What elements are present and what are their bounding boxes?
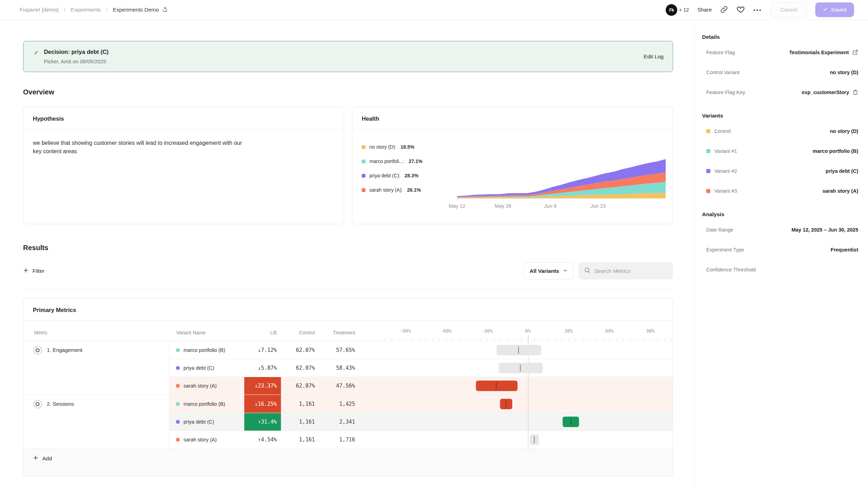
sidebar-row-value: no story (D) (830, 70, 858, 75)
search-metrics-input[interactable] (594, 268, 668, 274)
external-link-icon[interactable] (852, 49, 858, 55)
sidebar-row: Feature Flag Keyexp_customerStory (702, 82, 859, 102)
hypothesis-title: Hypothesis (23, 107, 344, 129)
variant-name: priya debt (C) (183, 365, 214, 371)
sidebar-row-value: marco portfolio (B) (813, 148, 859, 154)
lift-cell: ↓16.25% (244, 395, 281, 413)
col-control: Control (281, 321, 318, 341)
axis-minor-tick (630, 338, 630, 341)
more-menu-button[interactable]: ••• (753, 7, 762, 13)
sidebar-label-text: Experiment Type (706, 247, 744, 253)
axis-tick-label: -90% (399, 328, 411, 334)
variant-cell: priya debt (C) (169, 419, 244, 425)
lift-axis: -90%-60%-30%0%30%60%90% (385, 321, 671, 341)
variant-cell: sarah story (A) (169, 437, 244, 442)
axis-minor-tick (473, 338, 474, 341)
metric-cell[interactable]: 1. Engagement (23, 341, 169, 395)
metric-rows: marco portfolio (B)↓7.12%62.07%57.65%pri… (169, 341, 673, 395)
health-chart-svg: May 12May 26Jun 9Jun 23 (457, 129, 666, 220)
legend-value: 26.1% (407, 187, 421, 193)
axis-minor-tick (507, 338, 508, 341)
sidebar-row-label: Variant #2 (706, 168, 737, 174)
metric-cell[interactable]: 2. Sessions (23, 395, 169, 448)
col-variant-name: Variant Name (169, 321, 244, 341)
metric-target-icon (33, 346, 42, 356)
zero-line (528, 395, 528, 413)
breadcrumb-item-label: Experiments (71, 7, 101, 13)
axis-minor-tick (610, 338, 610, 341)
axis-minor-tick (671, 338, 671, 341)
table-row[interactable]: priya debt (C)↓5.87%62.07%58.43% (169, 359, 673, 377)
breadcrumb-item[interactable]: Experiments (71, 7, 101, 13)
confidence-interval-cell (385, 359, 671, 377)
axis-minor-tick (562, 338, 562, 341)
axis-minor-tick (555, 338, 556, 341)
breadcrumb-item[interactable]: Fixpanel {demo} (20, 7, 59, 13)
legend-item: marco portfoli...:27.1% (362, 158, 422, 164)
treatment-cell: 47.56% (318, 383, 385, 389)
treatment-cell: 1,425 (318, 401, 385, 407)
breadcrumb-item-label: Fixpanel {demo} (20, 7, 59, 13)
axis-minor-tick (623, 338, 624, 341)
axis-tick-label: 30% (564, 328, 573, 334)
check-icon (823, 7, 828, 13)
top-bar: Fixpanel {demo}/Experiments/Experiments … (0, 0, 868, 20)
clipboard-icon[interactable] (853, 90, 858, 95)
variant-name: sarah story (A) (183, 383, 217, 389)
sidebar-label-text: Control (714, 128, 731, 134)
sidebar-section-title: Variants (702, 113, 859, 119)
sidebar-row: Variant #2priya debt (C) (702, 161, 859, 181)
table-row[interactable]: marco portfolio (B)↓7.12%62.07%57.65% (169, 341, 673, 359)
col-treatment: Treatment (318, 321, 385, 341)
sidebar-row: Experiment TypeFrequentist (702, 240, 859, 260)
confidence-interval-bar (497, 345, 542, 355)
point-estimate-mark (520, 364, 521, 371)
add-metric-button[interactable]: Add (33, 455, 52, 462)
copy-link-button[interactable] (720, 6, 728, 14)
edit-log-link[interactable]: Edit Log (644, 54, 664, 60)
axis-minor-tick (446, 338, 447, 341)
axis-minor-tick (494, 338, 494, 341)
x-axis-tick-label: Jun 23 (591, 203, 606, 209)
sidebar-row: Control Variantno story (D) (702, 62, 859, 82)
axis-minor-tick (392, 338, 392, 341)
collaborator-avatars[interactable]: Fk + 12 (666, 4, 689, 16)
add-filter-button[interactable]: Filter (23, 268, 44, 275)
table-row[interactable]: priya debt (C)↑31.4%1,1612,341 (169, 413, 673, 431)
axis-minor-tick (589, 338, 589, 341)
variants-dropdown[interactable]: All Variants (523, 262, 574, 279)
sidebar-value-text: no story (D) (830, 128, 858, 134)
axis-minor-tick (521, 338, 521, 341)
axis-minor-tick (439, 338, 440, 341)
table-row[interactable]: sarah story (A)↑4.54%1,1611,716 (169, 431, 673, 448)
sidebar-label-text: Feature Flag Key (706, 90, 745, 95)
metrics-table-footer: Add (23, 448, 673, 476)
share-button[interactable]: Share (697, 7, 712, 13)
sidebar-section-analysis: AnalysisDate RangeMay 12, 2025 – Jun 30,… (702, 211, 859, 279)
sidebar-label-text: Variant #3 (714, 188, 737, 194)
axis-minor-tick (432, 338, 433, 341)
confidence-interval-bar (476, 381, 518, 391)
table-row[interactable]: marco portfolio (B)↓16.25%1,1611,425 (169, 395, 673, 413)
plus-icon (33, 455, 38, 462)
metrics-table-header: Metric Variant Name Lift Control Treatme… (23, 321, 673, 341)
avatar[interactable]: Fk (666, 4, 677, 16)
variant-name: sarah story (A) (183, 437, 217, 442)
sidebar-row-label: Experiment Type (706, 247, 744, 253)
search-icon (584, 267, 591, 275)
saved-button[interactable]: Saved (815, 2, 854, 17)
variant-cell: sarah story (A) (169, 383, 244, 389)
favorite-button[interactable] (736, 5, 745, 15)
lift-cell: ↑4.54% (244, 431, 281, 448)
sidebar-section-title: Analysis (702, 211, 859, 218)
zero-line (528, 431, 528, 448)
cancel-button[interactable]: Cancel (771, 2, 807, 17)
table-row[interactable]: sarah story (A)↓23.37%62.07%47.56% (169, 377, 673, 395)
breadcrumb-item[interactable]: Experiments Demo (113, 6, 168, 14)
sidebar-value-text: sarah story (A) (823, 188, 858, 194)
control-cell: 62.07% (281, 365, 318, 371)
variant-swatch (706, 149, 710, 153)
breadcrumb-separator: / (64, 7, 65, 13)
lift-cell: ↓5.87% (244, 359, 281, 377)
variant-cell: marco portfolio (B) (169, 401, 244, 407)
